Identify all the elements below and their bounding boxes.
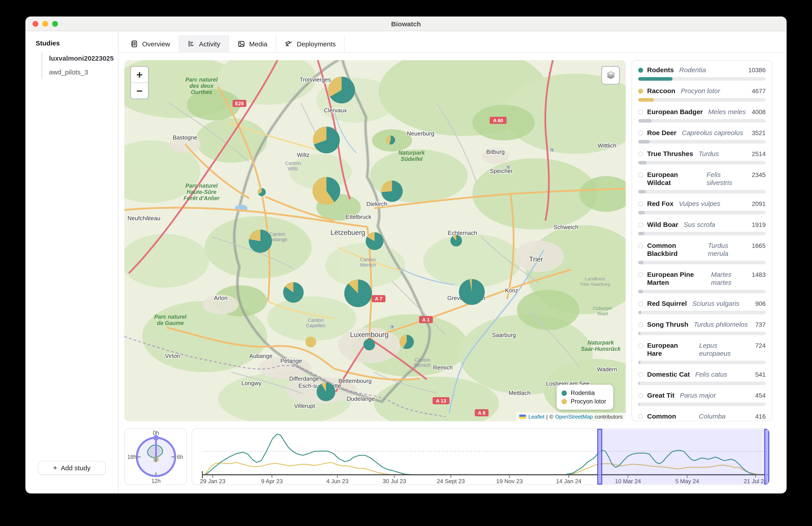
species-row[interactable]: RaccoonProcyon lotor4677 <box>638 87 766 108</box>
map-pie-marker[interactable] <box>249 230 272 253</box>
species-bar <box>638 261 766 264</box>
species-dot-icon <box>638 372 643 377</box>
species-row[interactable]: Wild BoarSus scrofa1919 <box>638 221 766 242</box>
species-row[interactable]: Roe DeerCapreolus capreolus3521 <box>638 129 766 150</box>
notebook-icon <box>131 40 138 47</box>
species-bar <box>638 77 766 81</box>
map-pie-marker[interactable] <box>313 177 340 204</box>
species-count: 4677 <box>751 87 766 95</box>
activity-chart-icon <box>187 40 195 47</box>
species-dot-icon <box>638 272 643 277</box>
map-label: Remich <box>433 364 453 371</box>
timeline-brush-handle-right[interactable] <box>765 429 769 484</box>
species-row[interactable]: Red SquirrelSciurus vulgaris906 <box>638 300 766 321</box>
species-row[interactable]: Great TitParus major454 <box>638 392 766 412</box>
tab-bar: OverviewActivityMediaDeployments <box>118 31 787 53</box>
species-count: 416 <box>754 412 766 420</box>
map-pie-marker[interactable] <box>450 235 462 246</box>
species-row[interactable]: Red FoxVulpes vulpes2091 <box>638 200 766 221</box>
leaflet-link[interactable]: Leaflet <box>528 414 545 420</box>
species-count: 1483 <box>751 271 766 279</box>
map-pie-marker[interactable] <box>313 127 340 153</box>
map-label: CantonMersch <box>360 257 376 268</box>
map-pie-marker[interactable] <box>400 335 414 349</box>
radial-hour-label: 6h <box>177 454 183 460</box>
zoom-in-button[interactable]: + <box>131 67 148 83</box>
map-layers-button[interactable] <box>601 66 620 85</box>
minimize-window-icon[interactable] <box>42 21 48 27</box>
species-panel[interactable]: RodentsRodentia10386RaccoonProcyon lotor… <box>632 60 772 421</box>
attrib-contributors: contributors <box>595 414 623 420</box>
tab-label: Media <box>249 40 267 47</box>
road-shield-label: A 1 <box>422 317 430 323</box>
species-row[interactable]: True ThrushesTurdus2514 <box>638 150 766 171</box>
studies-heading: Studies <box>25 39 118 47</box>
close-window-icon[interactable] <box>32 21 38 27</box>
add-study-button[interactable]: + Add study <box>38 461 106 475</box>
timeline-card: 29 Jan 239 Apr 234 Jun 2330 Jul 2324 Sep… <box>192 428 770 485</box>
species-bar <box>638 98 766 102</box>
species-row[interactable]: Domestic CatFelis catus541 <box>638 370 766 392</box>
species-dot-icon <box>638 89 643 94</box>
species-bar <box>638 190 766 194</box>
radial-hour-label: 0h <box>153 430 159 436</box>
tab-deployments[interactable]: Deployments <box>276 35 345 52</box>
tab-activity[interactable]: Activity <box>179 35 229 52</box>
osm-link[interactable]: OpenStreetMap <box>555 414 593 420</box>
map-pie-marker[interactable] <box>258 188 266 196</box>
window-controls <box>32 21 58 27</box>
species-row[interactable]: European BadgerMeles meles4008 <box>638 108 766 129</box>
timeline-brush[interactable] <box>600 429 767 484</box>
timeline-tick-label: 29 Jan 23 <box>200 478 225 485</box>
map-pie-marker[interactable] <box>381 181 403 202</box>
species-count: 737 <box>754 321 766 328</box>
species-common-name: European Wildcat <box>647 171 701 187</box>
map-pie-marker[interactable] <box>283 282 304 303</box>
species-row[interactable]: European WildcatFelis silvestris2345 <box>638 171 766 200</box>
zoom-out-button[interactable]: − <box>131 83 148 99</box>
map-pie-marker[interactable] <box>459 279 485 305</box>
tab-label: Overview <box>142 40 170 47</box>
species-count: 2514 <box>751 150 766 158</box>
legend-item: Procyon lotor <box>562 397 606 406</box>
species-count: 724 <box>754 341 766 350</box>
map-label: Mettlach <box>508 389 530 396</box>
map-pie-marker[interactable] <box>328 77 355 103</box>
species-row[interactable]: European Pine MartenMartes martes1483 <box>638 271 766 300</box>
species-common-name: European Pine Marten <box>647 271 706 287</box>
map-pie-marker[interactable] <box>386 136 395 144</box>
map-pie-marker[interactable] <box>317 382 335 401</box>
map-pie-marker[interactable] <box>305 337 316 347</box>
map-canvas: TroisviergesClervauxBastogneWiltzDiekirc… <box>124 60 626 421</box>
radial-needle-handle[interactable] <box>153 435 159 440</box>
species-common-name: Great Tit <box>647 392 675 399</box>
species-dot-icon <box>638 223 643 227</box>
species-count: 3521 <box>751 129 766 137</box>
species-common-name: Red Squirrel <box>647 300 687 308</box>
tab-overview[interactable]: Overview <box>122 35 179 52</box>
tab-media[interactable]: Media <box>229 35 276 52</box>
map[interactable]: TroisviergesClervauxBastogneWiltzDiekirc… <box>124 60 626 421</box>
species-scientific-name: Capreolus capreolus <box>682 129 743 137</box>
tab-label: Activity <box>199 40 220 47</box>
species-row[interactable]: RodentsRodentia10386 <box>638 66 766 87</box>
plus-icon: + <box>53 464 57 472</box>
legend-label: Rodentia <box>571 389 595 397</box>
species-row[interactable]: Common Wood PigeonColumba palumbus416 <box>638 412 766 421</box>
map-pie-marker[interactable] <box>363 339 375 350</box>
species-scientific-name: Turdus merula <box>708 242 746 258</box>
map-label: Villerupt <box>294 402 315 409</box>
sidebar-item-study[interactable]: awd_pilots_3 <box>42 65 118 79</box>
cctv-camera-icon <box>285 40 293 48</box>
species-scientific-name: Felis silvestris <box>707 171 746 187</box>
timeline-brush-handle-left[interactable] <box>598 429 601 484</box>
maximize-window-icon[interactable] <box>52 21 58 27</box>
species-row[interactable]: Common BlackbirdTurdus merula1665 <box>638 242 766 271</box>
map-pie-marker[interactable] <box>344 280 372 307</box>
map-pie-marker[interactable] <box>366 232 383 250</box>
species-row[interactable]: European HareLepus europaeus724 <box>638 341 766 370</box>
map-label: Longwy <box>242 380 262 386</box>
sidebar-item-study[interactable]: luxvalmoni20223025 <box>42 51 118 65</box>
map-label: CantonRemich <box>414 357 431 368</box>
species-row[interactable]: Song ThrushTurdus philomelos737 <box>638 321 766 341</box>
